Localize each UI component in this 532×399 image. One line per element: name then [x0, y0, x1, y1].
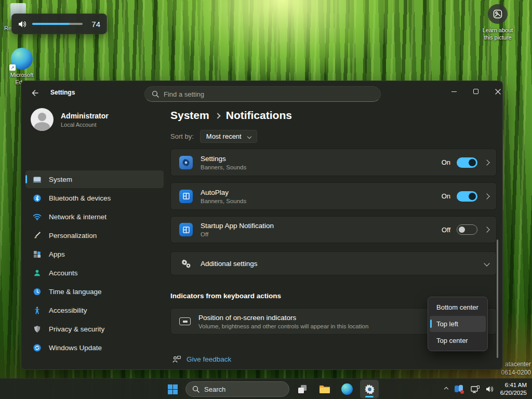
sidebar-item-label: Accounts: [49, 269, 78, 277]
row-subtitle: Off: [201, 231, 442, 237]
titlebar[interactable]: Settings Find a setting: [21, 81, 502, 105]
sidebar-item-label: Windows Update: [49, 344, 102, 352]
task-view-button[interactable]: [293, 380, 312, 398]
row-title: AutoPlay: [201, 189, 442, 196]
task-view-icon: [297, 384, 308, 394]
flyout-item-top-center[interactable]: Top center: [430, 332, 486, 349]
position-flyout: Bottom center Top left Top center: [428, 297, 488, 351]
maximize-button[interactable]: [465, 83, 487, 100]
sort-dropdown[interactable]: Most recent: [200, 130, 257, 143]
start-button[interactable]: [163, 380, 182, 398]
sidebar-item-apps[interactable]: Apps: [25, 245, 164, 263]
speaker-icon: [18, 20, 27, 28]
sidebar-item-windows-update[interactable]: Windows Update: [25, 339, 164, 356]
edge-button[interactable]: [338, 380, 356, 398]
paintbrush-icon: [33, 231, 42, 240]
learn-label: Learn about this picture: [477, 27, 518, 42]
accessibility-icon: [33, 306, 42, 315]
sidebar-item-privacy-security[interactable]: Privacy & security: [25, 320, 164, 338]
sidebar-item-accounts[interactable]: Accounts: [25, 264, 164, 282]
notification-row-settings[interactable]: Settings Banners, Sounds On: [170, 149, 497, 176]
chevron-right-icon: [215, 113, 220, 118]
notification-row-autoplay[interactable]: AutoPlay Banners, Sounds On: [170, 182, 497, 210]
toggle-state-label: Off: [442, 226, 450, 234]
chevron-down-icon: [484, 260, 489, 266]
system-icon: [33, 175, 42, 184]
toggle-switch[interactable]: [457, 191, 477, 202]
sidebar-item-accessibility[interactable]: Accessibility: [25, 301, 164, 319]
taskbar-search[interactable]: Search: [185, 381, 289, 397]
notification-row-startup[interactable]: Startup App Notification Off Off: [170, 216, 497, 243]
scrollbar[interactable]: [497, 240, 498, 358]
sort-row: Sort by: Most recent: [170, 130, 257, 143]
toggle-switch[interactable]: [457, 224, 477, 235]
shortcut-arrow-icon: ↗: [9, 64, 16, 71]
chevron-down-icon: [247, 134, 251, 138]
flyout-item-bottom-center[interactable]: Bottom center: [430, 299, 486, 315]
on-screen-indicator-icon: [179, 317, 191, 325]
sidebar-nav: System Bluetooth & devices Network & int…: [25, 170, 164, 357]
taskbar-search-placeholder: Search: [204, 385, 225, 393]
person-icon: [33, 269, 42, 277]
edge-icon: [341, 383, 353, 395]
search-icon: [192, 385, 200, 393]
update-icon: [33, 343, 42, 352]
row-subtitle: Banners, Sounds: [201, 198, 442, 204]
desktop: Re ↗ Microsoft Edge Learn about this pic…: [0, 0, 532, 399]
edge-icon: ↗: [11, 48, 33, 70]
volume-value: 74: [88, 20, 100, 29]
sidebar-item-system[interactable]: System: [25, 170, 164, 188]
clock-icon: [33, 287, 42, 296]
tray-volume-icon[interactable]: [486, 385, 494, 393]
apps-icon: [33, 250, 42, 259]
row-title: Startup App Notification: [201, 222, 442, 230]
flyout-item-top-left[interactable]: Top left: [430, 316, 486, 332]
chevron-right-icon: [484, 159, 489, 165]
breadcrumb-system[interactable]: System: [170, 109, 209, 122]
sidebar-item-label: Apps: [49, 250, 65, 258]
account-block: Administrator Local Account: [31, 108, 109, 131]
sidebar-item-network-internet[interactable]: Network & internet: [25, 208, 164, 225]
taskbar: Search: [0, 378, 532, 399]
tray-clock[interactable]: 6:41 AM 6/20/2025: [500, 381, 527, 397]
learn-about-picture[interactable]: Learn about this picture: [477, 4, 518, 42]
minimize-button[interactable]: [443, 83, 465, 100]
chevron-right-icon: [484, 193, 489, 199]
window-title: Settings: [50, 89, 75, 96]
sidebar-item-label: Network & internet: [49, 213, 107, 221]
file-explorer-button[interactable]: [315, 380, 334, 398]
search-placeholder: Find a setting: [164, 90, 204, 98]
back-button[interactable]: [26, 85, 43, 101]
windows-logo-icon: [168, 384, 178, 394]
feedback-link[interactable]: Give feedback: [187, 355, 231, 363]
page-title: Notifications: [226, 109, 292, 122]
toggle-state-label: On: [442, 192, 450, 200]
people-icon[interactable]: [454, 385, 464, 393]
sidebar-item-label: Privacy & security: [49, 325, 104, 333]
sidebar-item-bluetooth-devices[interactable]: Bluetooth & devices: [25, 189, 164, 207]
sidebar-item-label: Bluetooth & devices: [49, 194, 111, 202]
volume-slider[interactable]: [32, 23, 83, 25]
network-icon[interactable]: [471, 385, 480, 393]
close-button[interactable]: [487, 83, 503, 100]
toggle-switch[interactable]: [457, 157, 477, 168]
sidebar-item-time-language[interactable]: Time & language: [25, 283, 164, 300]
row-title: Additional settings: [201, 260, 485, 268]
sidebar-item-label: Personalization: [49, 232, 97, 240]
sidebar-item-personalization[interactable]: Personalization: [25, 227, 164, 244]
tray-chevron-up-icon[interactable]: [444, 387, 448, 391]
additional-settings-expander[interactable]: Additional settings: [170, 251, 497, 275]
shield-icon: [33, 325, 42, 334]
chevron-right-icon: [484, 227, 489, 232]
bluetooth-icon: [33, 194, 42, 203]
gears-icon: [179, 259, 193, 268]
gear-icon: [364, 384, 375, 395]
settings-taskbar-button[interactable]: [360, 380, 379, 398]
feedback-icon: [172, 355, 181, 363]
autoplay-app-icon: [179, 190, 193, 203]
account-name: Administrator: [61, 112, 109, 120]
settings-search-box[interactable]: Find a setting: [144, 86, 381, 102]
row-subtitle: Banners, Sounds: [201, 164, 442, 170]
give-feedback[interactable]: Give feedback: [172, 355, 231, 363]
search-icon: [152, 90, 159, 98]
